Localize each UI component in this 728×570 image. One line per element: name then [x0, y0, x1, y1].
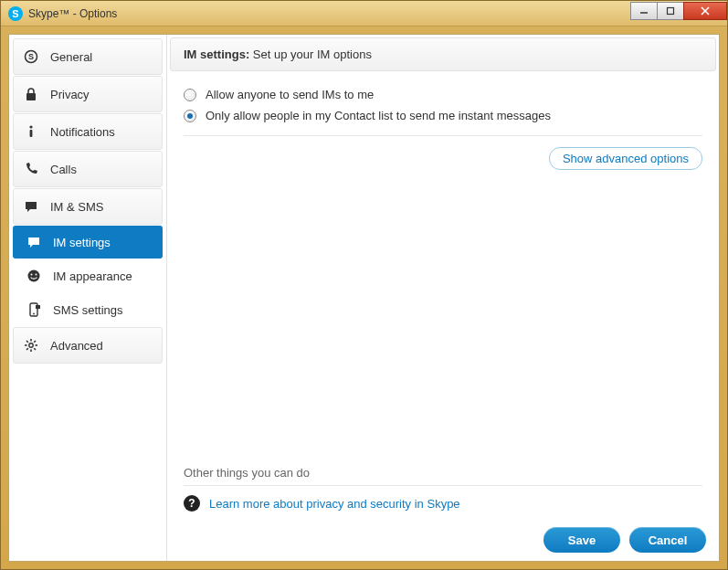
sidebar-item-label: General: [50, 50, 92, 64]
svg-text:S: S: [28, 52, 34, 61]
sidebar-item-label: IM settings: [53, 236, 111, 249]
lock-icon: [23, 86, 39, 102]
sidebar-item-label: SMS settings: [53, 303, 123, 317]
svg-line-20: [34, 348, 36, 350]
svg-line-19: [26, 341, 28, 343]
sidebar-item-privacy[interactable]: Privacy: [13, 76, 163, 112]
cancel-button[interactable]: Cancel: [629, 527, 706, 553]
minimize-button[interactable]: [630, 2, 658, 20]
learn-more-link[interactable]: Learn more about privacy and security in…: [209, 497, 460, 511]
panel-heading-bold: IM settings:: [184, 48, 249, 61]
sidebar-item-im-sms[interactable]: IM & SMS: [13, 188, 163, 225]
svg-point-9: [28, 270, 40, 282]
sidebar-item-label: Advanced: [50, 339, 103, 353]
sidebar-item-label: IM appearance: [53, 269, 132, 283]
sidebar-item-general[interactable]: S General: [13, 38, 163, 75]
sidebar-item-notifications[interactable]: Notifications: [13, 113, 163, 150]
sidebar: S General Privacy Notifications: [9, 35, 167, 561]
svg-rect-1: [668, 7, 674, 14]
radio-icon: [184, 110, 196, 122]
chat-icon: [23, 198, 39, 215]
titlebar: S Skype™ - Options: [1, 1, 727, 26]
skype-logo-icon: S: [8, 6, 23, 21]
skype-icon: S: [23, 48, 39, 65]
divider: [184, 485, 702, 486]
svg-point-10: [31, 274, 33, 276]
radio-label: Only allow people in my Contact list to …: [206, 109, 551, 122]
maximize-button[interactable]: [657, 2, 684, 20]
radio-allow-anyone[interactable]: Allow anyone to send IMs to me: [184, 84, 702, 105]
svg-point-7: [29, 125, 32, 128]
show-advanced-options-link[interactable]: Show advanced options: [549, 147, 702, 170]
svg-point-11: [36, 274, 37, 276]
sidebar-item-calls[interactable]: Calls: [13, 151, 163, 187]
sidebar-item-label: Calls: [50, 163, 77, 176]
sidebar-item-label: IM & SMS: [50, 200, 104, 214]
gear-icon: [23, 337, 39, 354]
sidebar-item-im-settings[interactable]: IM settings: [13, 226, 163, 259]
svg-line-21: [26, 348, 28, 350]
svg-line-22: [34, 341, 36, 343]
radio-icon: [184, 89, 196, 101]
chat-icon: [26, 234, 42, 250]
smile-icon: [26, 268, 42, 284]
save-button[interactable]: Save: [543, 527, 620, 553]
content-frame: S General Privacy Notifications: [8, 34, 720, 562]
phone-icon: [23, 161, 39, 177]
svg-rect-8: [30, 130, 33, 137]
info-icon: [23, 123, 39, 140]
sidebar-item-advanced[interactable]: Advanced: [13, 327, 163, 364]
panel-heading-rest: Set up your IM options: [249, 48, 372, 61]
panel-body: Allow anyone to send IMs to me Only allo…: [167, 77, 719, 519]
svg-rect-6: [26, 93, 36, 100]
sidebar-item-label: Privacy: [50, 88, 90, 101]
other-things-title: Other things you can do: [184, 466, 702, 480]
main-panel: IM settings: Set up your IM options Allo…: [167, 35, 719, 561]
divider: [184, 135, 702, 136]
options-window: S Skype™ - Options S General: [0, 0, 728, 570]
radio-label: Allow anyone to send IMs to me: [206, 88, 374, 101]
sidebar-item-sms-settings[interactable]: SMS settings: [13, 293, 163, 326]
window-controls: [631, 2, 727, 20]
panel-heading: IM settings: Set up your IM options: [170, 37, 716, 71]
sidebar-item-im-appearance[interactable]: IM appearance: [13, 259, 163, 292]
help-icon: ?: [184, 495, 200, 512]
svg-point-13: [33, 313, 35, 315]
sidebar-item-label: Notifications: [50, 125, 115, 139]
window-title: Skype™ - Options: [28, 7, 117, 20]
sms-icon: [26, 301, 42, 318]
close-button[interactable]: [683, 2, 727, 20]
svg-point-14: [29, 343, 33, 347]
dialog-footer: Save Cancel: [167, 519, 719, 561]
radio-contacts-only[interactable]: Only allow people in my Contact list to …: [184, 105, 702, 126]
other-things-section: Other things you can do ? Learn more abo…: [184, 466, 702, 512]
